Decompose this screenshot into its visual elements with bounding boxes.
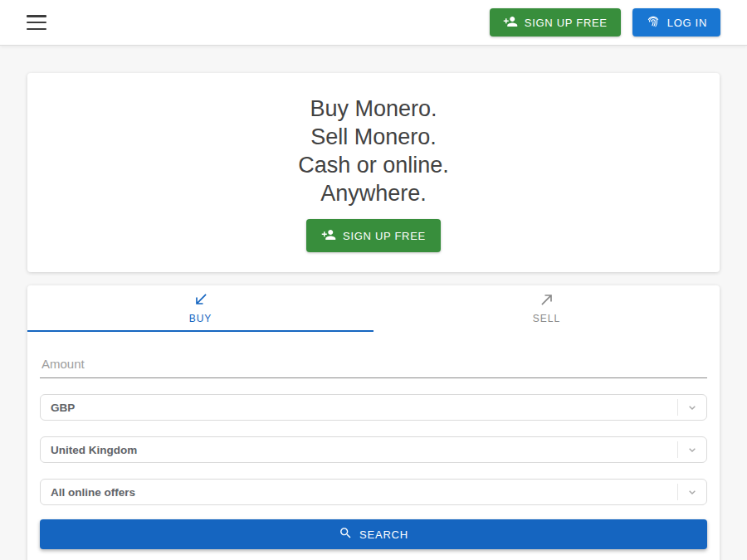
search-button[interactable]: SEARCH: [40, 519, 707, 549]
tab-buy-label: BUY: [189, 313, 212, 324]
hamburger-menu-icon[interactable]: [27, 15, 46, 30]
hero-card: Buy Monero. Sell Monero. Cash or online.…: [27, 73, 720, 272]
person-add-icon: [503, 14, 518, 32]
signup-button-label: SIGN UP FREE: [525, 17, 608, 29]
tab-buy[interactable]: BUY: [27, 285, 374, 332]
trade-card: BUY SELL GBP United Kingdom: [27, 285, 720, 560]
tab-sell-label: SELL: [533, 313, 560, 324]
chevron-down-icon: [678, 485, 706, 499]
app-bar: SIGN UP FREE LOG IN: [0, 0, 747, 46]
login-button-label: LOG IN: [667, 17, 707, 29]
arrow-up-right-icon: [539, 291, 555, 310]
signup-button[interactable]: SIGN UP FREE: [490, 8, 621, 37]
hero-line-2: Sell Monero.: [27, 123, 720, 151]
currency-select-value: GBP: [41, 402, 677, 414]
trade-form: GBP United Kingdom All online offers: [27, 352, 720, 549]
country-select-value: United Kingdom: [41, 444, 677, 456]
hero-line-3: Cash or online.: [27, 151, 720, 179]
currency-select[interactable]: GBP: [40, 394, 707, 421]
hero-line-4: Anywhere.: [27, 179, 720, 207]
fingerprint-icon: [646, 14, 661, 32]
offer-type-select[interactable]: All online offers: [40, 479, 707, 505]
hero-line-1: Buy Monero.: [27, 95, 720, 123]
amount-field-wrap: [40, 352, 707, 378]
arrow-down-left-icon: [193, 291, 209, 310]
chevron-down-icon: [678, 443, 706, 456]
person-add-icon: [321, 227, 336, 245]
amount-input[interactable]: [40, 352, 707, 378]
login-button[interactable]: LOG IN: [632, 8, 720, 37]
appbar-actions: SIGN UP FREE LOG IN: [490, 8, 720, 37]
chevron-down-icon: [678, 401, 706, 414]
buy-sell-tabs: BUY SELL: [27, 285, 720, 332]
hero-signup-button[interactable]: SIGN UP FREE: [306, 219, 441, 252]
hero-signup-button-label: SIGN UP FREE: [343, 230, 426, 242]
search-icon: [339, 526, 353, 543]
tab-sell[interactable]: SELL: [374, 285, 720, 332]
country-select[interactable]: United Kingdom: [40, 436, 707, 463]
search-button-label: SEARCH: [359, 528, 408, 541]
page-content: Buy Monero. Sell Monero. Cash or online.…: [27, 73, 720, 560]
offer-type-select-value: All online offers: [41, 486, 677, 499]
